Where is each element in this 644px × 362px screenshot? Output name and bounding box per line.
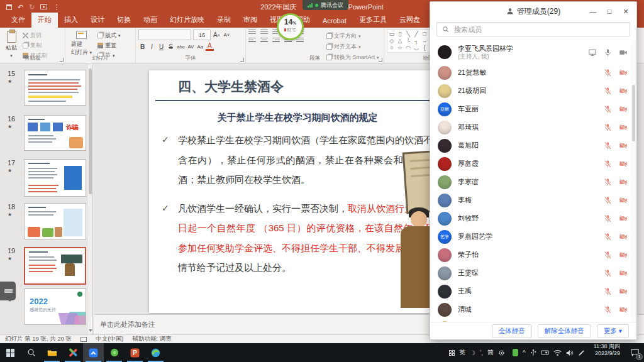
bullet-list-icon[interactable] bbox=[248, 30, 256, 34]
shape-icon[interactable]: ▯ bbox=[397, 31, 403, 38]
ime-simplified-indicator[interactable]: 简 bbox=[487, 348, 494, 357]
taskbar-search-button[interactable] bbox=[21, 343, 42, 362]
redo-icon[interactable]: ↻ bbox=[29, 4, 35, 11]
number-list-icon[interactable] bbox=[260, 30, 268, 34]
slide-title[interactable]: 四、大学生禁酒令 bbox=[178, 78, 284, 96]
shape-icon[interactable]: ◡ bbox=[413, 45, 419, 52]
thumbnail-scrollbar[interactable] bbox=[87, 63, 92, 334]
member-row[interactable]: 厚富霞 bbox=[430, 155, 636, 173]
ime-settings-gear-icon[interactable] bbox=[498, 349, 505, 356]
cam-off-icon[interactable] bbox=[619, 251, 628, 259]
member-row[interactable]: 荣子怡 bbox=[430, 246, 636, 264]
slide-thumb-19-selected[interactable] bbox=[24, 247, 86, 285]
member-row[interactable]: 艺学罗燕园艺学 bbox=[430, 228, 636, 246]
italic-button[interactable]: I bbox=[148, 43, 156, 50]
file-explorer-button[interactable] bbox=[42, 343, 62, 362]
member-row[interactable]: 21贺慧敏 bbox=[430, 63, 636, 82]
unmute-all-button[interactable]: 解除全体静音 bbox=[538, 324, 591, 338]
member-search-box[interactable] bbox=[436, 22, 630, 36]
mic-muted-icon[interactable] bbox=[604, 178, 612, 186]
ime-lang-indicator[interactable]: 英 bbox=[459, 348, 465, 357]
grow-font-button[interactable]: A˄ bbox=[213, 31, 221, 38]
cam-off-icon[interactable] bbox=[619, 87, 628, 95]
ribbon-tab-13[interactable]: 云网盘 bbox=[393, 13, 426, 28]
slide-thumb-18[interactable] bbox=[24, 203, 86, 239]
shape-icon[interactable]: ○ bbox=[389, 45, 395, 52]
performance-overlay[interactable]: 14% 81°C bbox=[277, 13, 304, 40]
slide-thumb-20[interactable]: 2022 感谢您的支持 bbox=[24, 288, 86, 325]
change-case-button[interactable]: Aa bbox=[196, 44, 204, 50]
font-size-combo[interactable]: 16 bbox=[193, 30, 211, 40]
cam-off-icon[interactable] bbox=[619, 269, 628, 277]
cam-off-icon[interactable] bbox=[619, 178, 628, 186]
mic-muted-icon[interactable] bbox=[604, 196, 612, 204]
mic-muted-icon[interactable] bbox=[604, 123, 612, 131]
shape-icon[interactable]: { bbox=[421, 45, 428, 52]
shape-icon[interactable]: ◠ bbox=[405, 45, 411, 52]
mic-muted-icon[interactable] bbox=[604, 141, 612, 150]
align-center-icon[interactable] bbox=[260, 38, 268, 42]
underline-button[interactable]: U bbox=[157, 43, 165, 50]
display-settings-icon[interactable] bbox=[80, 337, 87, 342]
edge-button[interactable] bbox=[145, 343, 166, 362]
mic-icon[interactable] bbox=[604, 48, 612, 57]
member-row[interactable]: 李梅 bbox=[430, 191, 636, 209]
bold-button[interactable]: B bbox=[138, 43, 147, 50]
tencent-meeting-pill[interactable]: 腾讯会议 bbox=[303, 0, 348, 10]
shape-icon[interactable]: └ bbox=[405, 38, 411, 45]
language-indicator[interactable]: 中文(中国) bbox=[96, 335, 123, 343]
ribbon-tab-6[interactable]: 幻灯片放映 bbox=[164, 13, 211, 28]
align-right-icon[interactable] bbox=[272, 38, 280, 42]
shape-icon[interactable]: □ bbox=[421, 31, 428, 38]
member-row[interactable]: 渭城 bbox=[430, 300, 636, 319]
slide-thumb-16[interactable]: 诈骗 bbox=[24, 115, 86, 151]
mic-muted-icon[interactable] bbox=[604, 287, 612, 295]
tray-green-icon[interactable] bbox=[513, 349, 518, 356]
projector-icon[interactable] bbox=[541, 349, 549, 356]
layout-button[interactable]: 版式 ▾ bbox=[97, 31, 121, 40]
columns-icon[interactable] bbox=[296, 38, 304, 42]
ribbon-tab-1[interactable]: 开始 bbox=[31, 13, 58, 28]
ime-cluster[interactable]: 英 ☽ ’, 简 bbox=[445, 343, 509, 362]
clipboard-dialog-launcher[interactable] bbox=[60, 58, 64, 62]
shape-icon[interactable]: ◇ bbox=[389, 38, 395, 45]
member-row[interactable]: 邓琦琪 bbox=[430, 118, 636, 136]
mic-muted-icon[interactable] bbox=[604, 214, 612, 222]
floating-tool-handle[interactable] bbox=[0, 282, 16, 300]
ime-moon-icon[interactable]: ☽ bbox=[470, 349, 475, 356]
screen-icon[interactable] bbox=[588, 48, 597, 57]
ribbon-tab-4[interactable]: 切换 bbox=[111, 13, 137, 28]
ribbon-tab-8[interactable]: 审阅 bbox=[237, 13, 264, 28]
ribbon-tab-0[interactable]: 文件 bbox=[5, 13, 31, 28]
slide-subtitle[interactable]: 关于禁止学生在校学习期间饮酒的规定 bbox=[160, 112, 435, 124]
shrink-font-button[interactable]: A˅ bbox=[223, 32, 231, 38]
hidden-icons-chevron[interactable]: ^ bbox=[523, 349, 526, 356]
wifi-icon[interactable] bbox=[553, 349, 562, 356]
shape-icon[interactable]: ┐ bbox=[413, 38, 419, 45]
tencent-meeting-button[interactable] bbox=[83, 343, 104, 362]
member-row[interactable]: 李寒谊 bbox=[430, 173, 636, 191]
usb-icon[interactable] bbox=[530, 349, 536, 356]
volume-icon[interactable] bbox=[566, 349, 574, 356]
mic-muted-icon[interactable] bbox=[604, 305, 612, 314]
save-icon[interactable] bbox=[6, 4, 12, 10]
mic-muted-icon[interactable] bbox=[604, 160, 612, 168]
minimize-button[interactable]: — bbox=[585, 8, 601, 15]
member-row[interactable]: 21级胡回 bbox=[430, 82, 636, 100]
member-row[interactable]: 葛旭阳 bbox=[430, 136, 636, 155]
ribbon-tab-11[interactable]: Acrobat bbox=[316, 14, 353, 28]
copy-button[interactable]: 复制 bbox=[23, 41, 47, 50]
member-row[interactable]: 王雯琛 bbox=[430, 264, 636, 282]
action-center-button[interactable]: 1 bbox=[625, 343, 644, 362]
cam-off-icon[interactable] bbox=[619, 160, 628, 168]
accessibility-status[interactable]: 辅助功能: 调查 bbox=[132, 335, 171, 343]
ime-punct-indicator[interactable]: ’, bbox=[480, 349, 483, 356]
slide-thumb-17[interactable] bbox=[24, 159, 86, 197]
maximize-button[interactable]: □ bbox=[601, 8, 618, 15]
cam-off-icon[interactable] bbox=[619, 287, 628, 295]
mute-all-button[interactable]: 全体静音 bbox=[492, 324, 532, 338]
cam-off-icon[interactable] bbox=[619, 123, 628, 131]
reset-button[interactable]: 重置 bbox=[97, 41, 121, 50]
ribbon-tab-2[interactable]: 插入 bbox=[58, 13, 84, 28]
ribbon-tab-7[interactable]: 录制 bbox=[211, 13, 237, 28]
